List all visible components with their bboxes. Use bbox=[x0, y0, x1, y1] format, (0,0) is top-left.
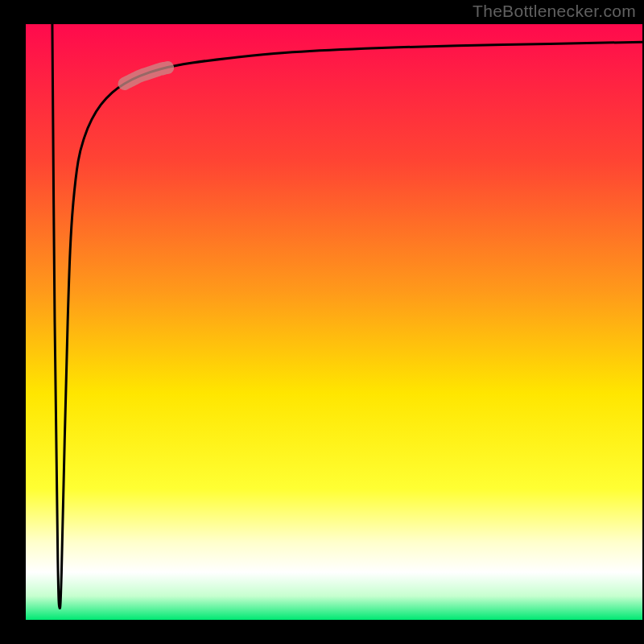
chart-stage: TheBottlenecker.com bbox=[0, 0, 644, 644]
chart-plot-area bbox=[26, 24, 642, 620]
attribution-label: TheBottlenecker.com bbox=[473, 2, 636, 21]
bottleneck-chart bbox=[0, 0, 644, 644]
